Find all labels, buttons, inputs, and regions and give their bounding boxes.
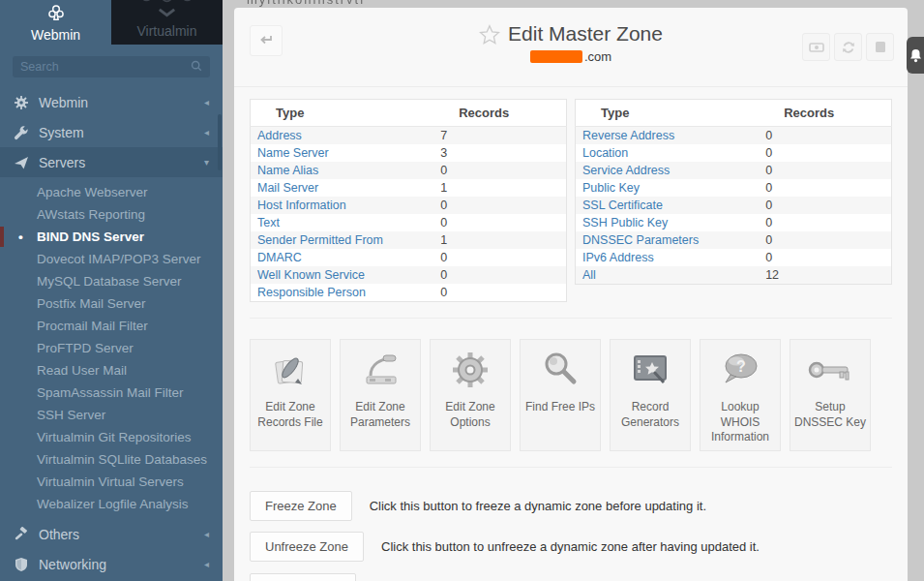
table-row: Text0 bbox=[251, 214, 567, 231]
table-row: Location0 bbox=[576, 144, 892, 162]
lookup-whois-button[interactable]: ? Lookup WHOIS Information bbox=[700, 339, 781, 451]
record-count: 0 bbox=[759, 197, 891, 214]
gavel-icon bbox=[14, 527, 29, 542]
edit-zone-records-file-button[interactable]: Edit Zone Records File bbox=[250, 339, 331, 451]
search-input[interactable] bbox=[20, 60, 191, 74]
sidebar-item-virtualmin-sqlite[interactable]: Virtualmin SQLlite Databases bbox=[0, 448, 223, 471]
refresh-button[interactable] bbox=[834, 33, 862, 61]
tab-webmin[interactable]: Webmin bbox=[0, 0, 111, 45]
freeze-zone-button[interactable]: Freeze Zone bbox=[250, 491, 352, 521]
action-label: Setup DNSSEC Key bbox=[790, 400, 870, 430]
sidebar-section-others[interactable]: Others ◂ bbox=[0, 519, 223, 549]
record-count: 0 bbox=[433, 249, 566, 266]
sidebar-item-bind-dns[interactable]: BIND DNS Server bbox=[0, 226, 223, 248]
tab-virtualmin[interactable]: Virtualmin bbox=[111, 0, 223, 45]
cropped-breadcrumb-text: myitlikoninstrvtl bbox=[247, 0, 566, 7]
chevron-down-icon: ▾ bbox=[204, 157, 209, 168]
page-header: Edit Master Zone .com bbox=[234, 8, 908, 87]
sidebar-item-virtualmin-git[interactable]: Virtualmin Git Repositories bbox=[0, 426, 223, 448]
star-icon[interactable] bbox=[479, 24, 500, 45]
sidebar-item-apache[interactable]: Apache Webserver bbox=[0, 181, 223, 203]
partial-button-row bbox=[250, 573, 892, 581]
pen-and-pages-icon bbox=[269, 340, 312, 400]
sidebar-item-proftpd[interactable]: ProFTPD Server bbox=[0, 337, 223, 359]
sidebar-item-spamassassin[interactable]: SpamAssassin Mail Filter bbox=[0, 382, 223, 404]
page-title: Edit Master Zone bbox=[508, 22, 663, 46]
refresh-icon bbox=[842, 41, 855, 54]
sidebar-section-system[interactable]: System ◂ bbox=[0, 117, 223, 147]
unfreeze-zone-button[interactable]: Unfreeze Zone bbox=[250, 532, 364, 562]
cropped-bottom-button[interactable] bbox=[250, 573, 356, 581]
sidebar-item-postfix[interactable]: Postfix Mail Server bbox=[0, 292, 223, 315]
edit-zone-options-button[interactable]: Edit Zone Options bbox=[430, 339, 511, 451]
sidebar-item-awstats[interactable]: AWstats Reporting bbox=[0, 203, 223, 226]
sidebar-item-virtualmin-servers[interactable]: Virtualmin Virtual Servers bbox=[0, 471, 223, 493]
find-free-ips-button[interactable]: Find Free IPs bbox=[520, 339, 601, 451]
action-label: Edit Zone Options bbox=[431, 400, 510, 430]
record-type-link[interactable]: Name Server bbox=[251, 144, 434, 162]
record-count: 0 bbox=[759, 214, 891, 231]
record-type-link[interactable]: Location bbox=[576, 144, 760, 162]
sidebar-item-procmail[interactable]: Procmail Mail Filter bbox=[0, 315, 223, 337]
record-type-link[interactable]: IPv6 Address bbox=[576, 249, 760, 266]
sidebar-item-dovecot[interactable]: Dovecot IMAP/POP3 Server bbox=[0, 248, 223, 270]
sidebar-section-label: System bbox=[39, 125, 84, 140]
sidebar-item-ssh[interactable]: SSH Server bbox=[0, 404, 223, 426]
record-type-link[interactable]: Text bbox=[251, 214, 434, 231]
record-type-link[interactable]: Reverse Address bbox=[576, 127, 760, 145]
record-type-link[interactable]: All bbox=[576, 266, 760, 285]
record-type-link[interactable]: DNSSEC Parameters bbox=[576, 231, 760, 249]
apply-zone-button[interactable] bbox=[802, 33, 830, 61]
record-type-link[interactable]: Address bbox=[251, 127, 434, 145]
sidebar-scrollbar[interactable] bbox=[218, 114, 222, 170]
record-type-link[interactable]: Public Key bbox=[576, 179, 760, 197]
record-table-right: Type Records Reverse Address0 Location0 … bbox=[575, 99, 892, 285]
record-table-left: Type Records Address7 Name Server3 Name … bbox=[250, 99, 567, 302]
sidebar-section-networking[interactable]: Networking ◂ bbox=[0, 549, 223, 579]
notifications-tab[interactable] bbox=[907, 37, 924, 74]
table-row: Reverse Address0 bbox=[576, 127, 892, 145]
setup-dnssec-key-button[interactable]: Setup DNSSEC Key bbox=[790, 339, 871, 451]
table-row: Address7 bbox=[251, 127, 567, 145]
record-type-link[interactable]: Name Alias bbox=[251, 162, 434, 179]
content-panel: Edit Master Zone .com bbox=[234, 8, 908, 581]
edit-zone-parameters-button[interactable]: Edit Zone Parameters bbox=[340, 339, 421, 451]
table-row: DMARC0 bbox=[251, 249, 567, 266]
record-type-link[interactable]: Sender Permitted From bbox=[251, 231, 434, 249]
table-row: DNSSEC Parameters0 bbox=[576, 231, 892, 249]
virtualmin-tab-decoration-icon bbox=[111, 0, 223, 21]
sidebar-item-mysql[interactable]: MySQL Database Server bbox=[0, 270, 223, 292]
back-button[interactable] bbox=[250, 25, 283, 56]
chevron-left-icon: ◂ bbox=[204, 127, 209, 138]
record-count: 12 bbox=[759, 266, 891, 285]
stop-bind-button[interactable] bbox=[866, 33, 894, 61]
divider bbox=[250, 318, 892, 319]
sidebar-section-servers[interactable]: Servers ▾ bbox=[0, 147, 223, 177]
record-type-link[interactable]: Responsible Person bbox=[251, 284, 434, 302]
record-type-link[interactable]: Well Known Service bbox=[251, 266, 434, 284]
record-type-link[interactable]: SSL Certificate bbox=[576, 197, 760, 214]
record-generators-button[interactable]: Record Generators bbox=[610, 339, 691, 451]
record-type-link[interactable]: SSH Public Key bbox=[576, 214, 760, 231]
record-type-link[interactable]: Mail Server bbox=[251, 179, 434, 197]
sidebar-section-label: Servers bbox=[39, 155, 85, 170]
record-count: 7 bbox=[433, 127, 566, 145]
record-count: 0 bbox=[759, 249, 891, 266]
sidebar-section-label: Others bbox=[39, 527, 79, 542]
chevron-left-icon: ◂ bbox=[204, 97, 209, 107]
webmin-logo-icon bbox=[45, 3, 67, 26]
table-row: SSL Certificate0 bbox=[576, 197, 892, 214]
svg-text:?: ? bbox=[736, 358, 746, 375]
banknote-icon bbox=[809, 42, 824, 53]
wrench-icon bbox=[14, 125, 29, 140]
column-header-type: Type bbox=[251, 100, 434, 127]
table-row: SSH Public Key0 bbox=[576, 214, 892, 231]
sidebar-section-webmin[interactable]: Webmin ◂ bbox=[0, 87, 223, 117]
sidebar-item-webalizer[interactable]: Webalizer Logfile Analysis bbox=[0, 493, 223, 515]
record-type-link[interactable]: Service Address bbox=[576, 162, 760, 179]
record-type-link[interactable]: DMARC bbox=[251, 249, 434, 266]
sidebar-item-read-user-mail[interactable]: Read User Mail bbox=[0, 359, 223, 382]
freeze-zone-row: Freeze Zone Click this button to freeze … bbox=[250, 491, 892, 521]
record-type-link[interactable]: Host Information bbox=[251, 197, 434, 214]
record-count: 0 bbox=[759, 179, 891, 197]
